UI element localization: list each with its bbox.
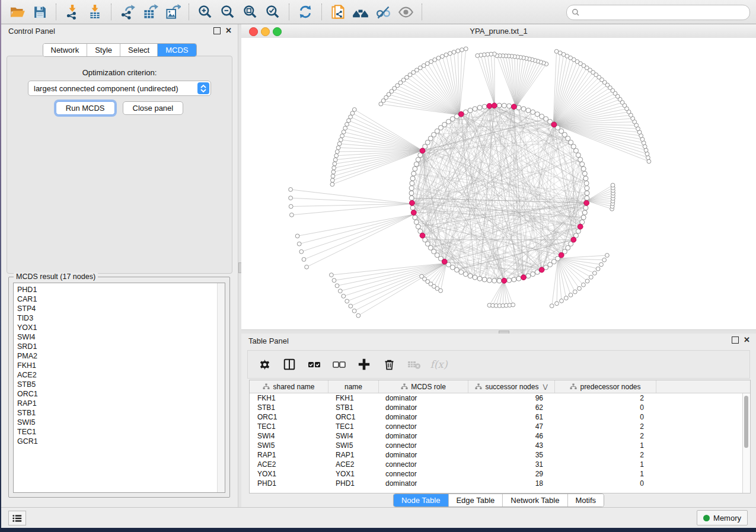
select-all-button[interactable]: [306, 356, 323, 373]
export-network-button[interactable]: [116, 2, 139, 21]
table-header-row: shared namenameMCDS rolesuccessor nodes⋁…: [250, 380, 750, 393]
import-table-button[interactable]: [84, 2, 106, 21]
result-item[interactable]: ACE2: [17, 370, 225, 380]
table-row[interactable]: ACE2ACE2connector311: [250, 460, 750, 469]
result-item[interactable]: STP4: [17, 304, 225, 313]
open-file-button[interactable]: [6, 2, 28, 21]
table-row[interactable]: PHD1PHD1dominator180: [250, 479, 750, 488]
table-row[interactable]: RAP1RAP1dominator352: [250, 450, 750, 460]
table-scrollbar-thumb[interactable]: [744, 396, 748, 448]
table-row[interactable]: TEC1TEC1connector472: [250, 422, 750, 431]
hide-glasses-button[interactable]: [372, 2, 394, 21]
result-item[interactable]: RAP1: [17, 399, 225, 408]
close-panel-button[interactable]: Close panel: [123, 101, 184, 115]
network-view-window: YPA_prune.txt_1: [241, 24, 756, 329]
zoom-fit-button[interactable]: [239, 2, 261, 21]
column-attribute-icon: [570, 383, 577, 390]
column-header-predecessor-nodes[interactable]: predecessor nodes: [555, 380, 656, 393]
cell-mcds-role: dominator: [378, 451, 467, 459]
run-mcds-button[interactable]: Run MCDS: [56, 101, 115, 115]
table-settings-button[interactable]: [256, 356, 273, 373]
tab-select[interactable]: Select: [120, 44, 158, 56]
result-item[interactable]: YOX1: [17, 323, 225, 332]
tab-mcds[interactable]: MCDS: [158, 44, 196, 56]
cell-predecessor-nodes: 1: [553, 441, 653, 450]
tab-node-table[interactable]: Node Table: [394, 494, 449, 507]
table-row[interactable]: STB1STB1dominator620: [250, 403, 750, 412]
cell-mcds-role: dominator: [378, 432, 467, 440]
zoom-selected-button[interactable]: [261, 2, 284, 21]
export-table-button[interactable]: [139, 2, 161, 21]
result-item[interactable]: SRD1: [17, 342, 225, 351]
result-item[interactable]: PMA2: [17, 351, 225, 361]
column-header-shared-name[interactable]: shared name: [250, 380, 328, 393]
task-history-button[interactable]: [8, 511, 26, 525]
import-group: [56, 4, 111, 20]
table-row[interactable]: SWI4SWI4dominator462: [250, 431, 750, 441]
result-list-scrollbar[interactable]: [217, 283, 225, 492]
network-window-titlebar[interactable]: YPA_prune.txt_1: [241, 24, 756, 39]
zoom-out-button[interactable]: [216, 2, 239, 21]
table-row[interactable]: ORC1ORC1dominator610: [250, 412, 750, 422]
control-panel-tabs: NetworkStyleSelectMCDS: [42, 43, 196, 57]
result-item[interactable]: STB5: [17, 380, 225, 389]
search-network-button[interactable]: [349, 2, 372, 21]
result-item[interactable]: PHD1: [17, 285, 225, 294]
table-columns-button[interactable]: [281, 356, 298, 373]
show-eye-button[interactable]: [394, 2, 417, 21]
result-item[interactable]: CAR1: [17, 294, 225, 304]
save-session-button[interactable]: [28, 2, 51, 21]
close-panel-icon[interactable]: ✕: [225, 28, 232, 34]
cell-successor-nodes: 29: [467, 470, 553, 478]
tab-network-table[interactable]: Network Table: [503, 494, 567, 507]
search-input[interactable]: [583, 8, 745, 18]
tab-edge-table[interactable]: Edge Table: [448, 494, 503, 507]
cell-name: ORC1: [328, 413, 378, 421]
network-window-title: YPA_prune.txt_1: [241, 27, 756, 36]
add-row-button[interactable]: [356, 356, 372, 373]
column-header-name[interactable]: name: [328, 380, 379, 393]
result-item[interactable]: TID3: [17, 313, 225, 323]
deselect-all-button[interactable]: [331, 356, 347, 373]
result-item[interactable]: SWI5: [17, 418, 225, 427]
memory-button[interactable]: Memory: [697, 510, 748, 525]
criterion-dropdown[interactable]: largest connected component (undirected): [28, 81, 211, 96]
cell-predecessor-nodes: 1: [553, 470, 653, 478]
cell-mcds-role: connector: [378, 422, 467, 431]
zoom-in-button[interactable]: [194, 2, 216, 21]
import-network-button[interactable]: [61, 2, 84, 21]
result-item[interactable]: FKH1: [17, 361, 225, 370]
table-row[interactable]: SWI5SWI5connector431: [250, 441, 750, 450]
cell-predecessor-nodes: 2: [553, 422, 653, 431]
delete-row-button[interactable]: [381, 356, 397, 373]
result-item[interactable]: STB1: [17, 408, 225, 418]
node-table[interactable]: shared namenameMCDS rolesuccessor nodes⋁…: [249, 380, 751, 493]
table-scrollbar[interactable]: [742, 393, 750, 493]
mcds-result-group: MCDS result (17 nodes) PHD1CAR1STP4TID3Y…: [8, 277, 230, 498]
export-image-button[interactable]: [161, 2, 184, 21]
close-table-panel-icon[interactable]: ✕: [744, 337, 750, 343]
float-table-panel-icon[interactable]: [732, 336, 739, 344]
result-item[interactable]: GCR1: [17, 437, 225, 446]
result-item[interactable]: SWI4: [17, 332, 225, 342]
mcds-result-list[interactable]: PHD1CAR1STP4TID3YOX1SWI4SRD1PMA2FKH1ACE2…: [13, 283, 225, 493]
table-row[interactable]: FKH1FKH1dominator962: [250, 393, 750, 403]
network-canvas[interactable]: [241, 38, 756, 329]
table-panel: Table Panel ✕: [241, 334, 756, 508]
tab-style[interactable]: Style: [87, 44, 120, 56]
result-item[interactable]: TEC1: [17, 427, 225, 437]
tab-motifs[interactable]: Motifs: [567, 494, 604, 507]
float-panel-icon[interactable]: [213, 27, 221, 34]
cell-successor-nodes: 62: [467, 403, 553, 412]
search-box[interactable]: [566, 5, 750, 20]
cell-mcds-role: connector: [378, 460, 467, 469]
network-graph[interactable]: [241, 38, 756, 329]
tab-network[interactable]: Network: [43, 44, 87, 56]
refresh-button[interactable]: [294, 2, 317, 21]
column-header-successor-nodes[interactable]: successor nodes⋁: [468, 380, 555, 393]
table-row[interactable]: YOX1YOX1connector291: [250, 469, 750, 479]
column-header-mcds-role[interactable]: MCDS role: [379, 380, 468, 393]
control-panel-window-controls: ✕: [213, 27, 232, 34]
share-document-button[interactable]: [327, 2, 349, 21]
result-item[interactable]: ORC1: [17, 389, 225, 399]
